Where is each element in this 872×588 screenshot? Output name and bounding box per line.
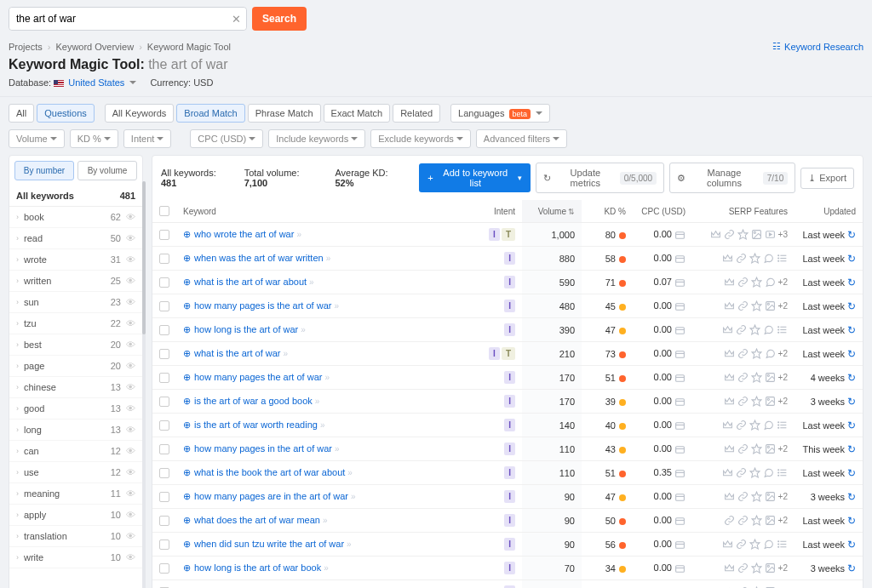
eye-icon[interactable]: 👁 [126, 254, 135, 265]
search-input[interactable] [9, 8, 246, 30]
add-icon[interactable]: ⊕ [183, 300, 191, 311]
sidebar-item[interactable]: ›write10👁 [9, 547, 142, 568]
clear-icon[interactable]: ✕ [232, 13, 241, 26]
refresh-icon[interactable]: ↻ [847, 229, 856, 241]
sidebar-item[interactable]: ›translation10👁 [9, 526, 142, 547]
col-keyword[interactable]: Keyword [176, 200, 479, 223]
crumb-projects[interactable]: Projects [9, 42, 43, 52]
export-button[interactable]: ⤓ Export [800, 168, 854, 189]
sidebar-item[interactable]: ›apply10👁 [9, 505, 142, 526]
sidebar-item[interactable]: ›can12👁 [9, 441, 142, 462]
row-checkbox[interactable] [159, 492, 169, 502]
eye-icon[interactable]: 👁 [126, 233, 135, 243]
eye-icon[interactable]: 👁 [126, 425, 135, 435]
row-checkbox[interactable] [159, 325, 169, 335]
keyword-link[interactable]: how long is the art of war [194, 324, 298, 334]
row-checkbox[interactable] [159, 468, 169, 478]
col-serp[interactable]: SERP Features [692, 200, 795, 223]
row-checkbox[interactable] [159, 516, 169, 526]
sidebar-tab-by-volume[interactable]: By volume [77, 161, 137, 180]
sidebar-item[interactable]: ›good13👁 [9, 398, 142, 420]
add-icon[interactable]: ⊕ [183, 562, 191, 573]
add-icon[interactable]: ⊕ [183, 539, 191, 549]
refresh-icon[interactable]: ↻ [847, 348, 856, 360]
serp-more-count[interactable]: +2 [778, 563, 788, 573]
keyword-link[interactable]: is the art of war a good book [194, 396, 313, 406]
serp-more-count[interactable]: +2 [778, 373, 788, 382]
tab-related[interactable]: Related [393, 104, 440, 123]
refresh-icon[interactable]: ↻ [847, 515, 856, 527]
eye-icon[interactable]: 👁 [126, 446, 135, 456]
eye-icon[interactable]: 👁 [126, 510, 135, 520]
tab-all[interactable]: All [9, 104, 34, 123]
serp-more-count[interactable]: +2 [778, 516, 788, 525]
add-icon[interactable]: ⊕ [183, 277, 191, 287]
row-checkbox[interactable] [159, 230, 169, 240]
eye-icon[interactable]: 👁 [126, 552, 135, 562]
serp-more-count[interactable]: +2 [778, 444, 788, 454]
scrollbar[interactable] [142, 181, 146, 588]
database-selector[interactable]: Database: United States [9, 77, 136, 88]
row-checkbox[interactable] [159, 301, 169, 311]
add-icon[interactable]: ⊕ [183, 229, 191, 239]
refresh-icon[interactable]: ↻ [847, 324, 856, 336]
eye-icon[interactable]: 👁 [126, 403, 135, 414]
sidebar-item[interactable]: ›meaning11👁 [9, 483, 142, 505]
serp-more-count[interactable]: +2 [778, 349, 788, 358]
add-icon[interactable]: ⊕ [183, 515, 191, 525]
tab-languages[interactable]: Languages beta [450, 104, 550, 123]
eye-icon[interactable]: 👁 [126, 318, 135, 328]
refresh-icon[interactable]: ↻ [847, 277, 856, 288]
add-icon[interactable]: ⊕ [183, 372, 191, 382]
add-icon[interactable]: ⊕ [183, 253, 191, 263]
select-all-checkbox[interactable] [159, 206, 169, 216]
filter-cpc[interactable]: CPC (USD) [190, 129, 263, 148]
refresh-icon[interactable]: ↻ [847, 396, 856, 408]
row-checkbox[interactable] [159, 397, 169, 407]
manage-columns-button[interactable]: ⚙ Manage columns 7/10 [669, 163, 795, 193]
row-checkbox[interactable] [159, 373, 169, 383]
filter-include[interactable]: Include keywords [268, 129, 365, 148]
keyword-link[interactable]: when was the art of war written [194, 253, 324, 263]
eye-icon[interactable]: 👁 [126, 276, 135, 286]
sidebar-tab-by-number[interactable]: By number [14, 161, 74, 180]
keyword-link[interactable]: what does the art of war mean [194, 515, 320, 525]
refresh-icon[interactable]: ↻ [847, 420, 856, 431]
tab-all-keywords[interactable]: All Keywords [105, 104, 175, 123]
filter-advanced[interactable]: Advanced filters [476, 129, 567, 148]
sidebar-item[interactable]: ›tzu22👁 [9, 313, 142, 334]
refresh-icon[interactable]: ↻ [847, 562, 856, 574]
sidebar-item[interactable]: ›read50👁 [9, 228, 142, 249]
row-checkbox[interactable] [159, 349, 169, 359]
eye-icon[interactable]: 👁 [126, 361, 135, 371]
search-button[interactable]: Search [252, 7, 307, 31]
sidebar-item[interactable]: ›book62👁 [9, 207, 142, 228]
serp-more-count[interactable]: +2 [778, 277, 788, 287]
row-checkbox[interactable] [159, 539, 169, 550]
col-kd[interactable]: KD % [582, 200, 633, 223]
sidebar-item[interactable]: ›use12👁 [9, 462, 142, 483]
crumb-overview[interactable]: Keyword Overview [55, 42, 134, 52]
tab-broad-match[interactable]: Broad Match [176, 104, 244, 123]
keyword-link[interactable]: who wrote the art of war [194, 229, 294, 239]
sidebar-item[interactable]: ›chinese13👁 [9, 377, 142, 398]
tab-phrase-match[interactable]: Phrase Match [248, 104, 321, 123]
col-volume[interactable]: Volume⇅ [522, 200, 582, 223]
eye-icon[interactable]: 👁 [126, 382, 135, 392]
eye-icon[interactable]: 👁 [126, 297, 135, 307]
sidebar-item[interactable]: ›page20👁 [9, 356, 142, 377]
keyword-link[interactable]: how many pages is the art of war [194, 300, 331, 311]
sidebar-item[interactable]: ›written25👁 [9, 271, 142, 292]
keyword-link[interactable]: how many pages the art of war [194, 372, 322, 382]
row-checkbox[interactable] [159, 254, 169, 264]
add-icon[interactable]: ⊕ [183, 348, 191, 358]
serp-more-count[interactable]: +2 [778, 492, 788, 501]
update-metrics-button[interactable]: ↻ Update metrics 0/5,000 [536, 163, 664, 193]
keyword-link[interactable]: what is the art of war [194, 348, 281, 358]
col-updated[interactable]: Updated [795, 200, 863, 223]
col-intent[interactable]: Intent [479, 200, 522, 223]
keyword-link[interactable]: how many pages in the art of war [194, 443, 332, 454]
add-icon[interactable]: ⊕ [183, 420, 191, 430]
refresh-icon[interactable]: ↻ [847, 253, 856, 265]
row-checkbox[interactable] [159, 444, 169, 454]
